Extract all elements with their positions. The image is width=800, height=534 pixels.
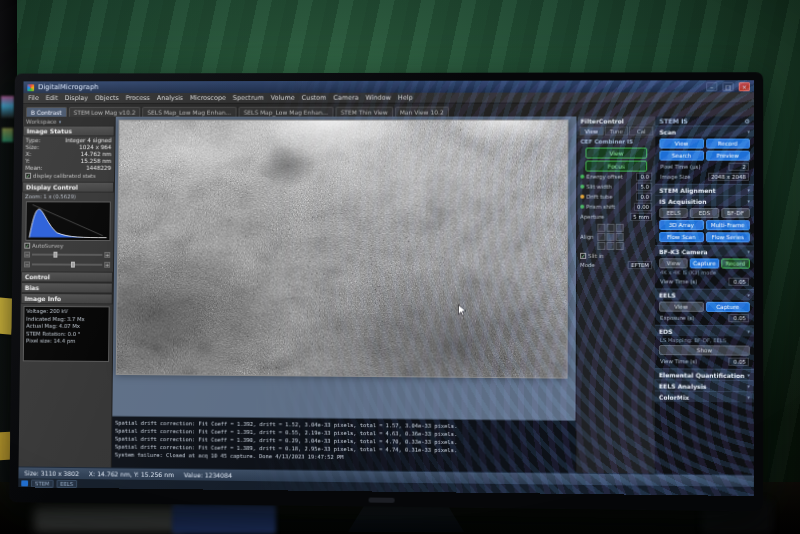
- scan-search-button[interactable]: Search: [659, 151, 703, 161]
- k3-view-time-input[interactable]: 0.05: [728, 278, 748, 286]
- fc-tab-tune[interactable]: Tune: [604, 126, 628, 135]
- stem-image-window[interactable]: [116, 120, 569, 379]
- close-button[interactable]: ×: [739, 82, 750, 91]
- autosurvey-checkbox[interactable]: ✓: [24, 243, 30, 249]
- calibrated-stats-checkbox[interactable]: ✓: [25, 173, 31, 179]
- control-header[interactable]: Control: [21, 271, 113, 282]
- menu-camera[interactable]: Camera: [333, 94, 358, 102]
- doc-tab-0[interactable]: B Contrast: [26, 107, 67, 117]
- doc-tab-3[interactable]: SELS Map_Low Mag Enhanced_2: [239, 107, 334, 117]
- workspace-header[interactable]: Workspace ▾: [23, 117, 115, 126]
- k3-view-button[interactable]: View: [659, 258, 688, 268]
- gear-icon[interactable]: ⚙: [744, 117, 750, 124]
- menu-analysis[interactable]: Analysis: [157, 94, 183, 102]
- slider-plus-icon[interactable]: +: [104, 252, 110, 258]
- pad-button-center[interactable]: [606, 233, 614, 241]
- alignment-pad[interactable]: [597, 224, 623, 250]
- pixel-time-input[interactable]: 2: [728, 163, 748, 171]
- scan-preview-button[interactable]: Preview: [706, 151, 750, 161]
- scan-record-button[interactable]: Record: [706, 139, 750, 149]
- histogram[interactable]: [25, 201, 110, 241]
- eds-view-time-input[interactable]: 0.05: [728, 358, 748, 366]
- multi-frame-button[interactable]: Multi-Frame: [706, 220, 750, 230]
- elemental-quantification-header[interactable]: Elemental Quantification ▾: [655, 368, 754, 380]
- k3-capture-button[interactable]: Capture: [690, 258, 719, 268]
- menu-objects[interactable]: Objects: [95, 94, 119, 102]
- slider-plus-icon[interactable]: +: [104, 262, 110, 268]
- menu-spectrum[interactable]: Spectrum: [233, 94, 264, 102]
- eds-pill[interactable]: EDS: [690, 208, 719, 218]
- bias-header[interactable]: Bias: [21, 282, 113, 293]
- colormix-header[interactable]: ColorMix ▾: [655, 390, 754, 402]
- image-status-body: Type:Integer 4 signed Size:1024 x 964 X:…: [22, 136, 114, 181]
- mode-select[interactable]: EFTEM: [628, 261, 652, 269]
- eels-pill[interactable]: EELS: [659, 208, 688, 218]
- menu-window[interactable]: Window: [365, 94, 391, 102]
- menu-custom[interactable]: Custom: [302, 94, 327, 102]
- eels-analysis-header[interactable]: EELS Analysis ▾: [655, 379, 754, 391]
- slit-checkbox[interactable]: ✓: [580, 253, 586, 259]
- filter-focus-button[interactable]: Focus: [585, 161, 647, 172]
- contrast-slider[interactable]: − +: [21, 259, 113, 269]
- pad-button[interactable]: [597, 242, 605, 250]
- slider-track[interactable]: [32, 254, 102, 256]
- slider-thumb[interactable]: [53, 252, 57, 258]
- eds-header[interactable]: EDS ▾: [655, 325, 754, 337]
- doc-tab-5[interactable]: Man View 10.2: [395, 107, 449, 117]
- k3-record-button[interactable]: Record: [721, 258, 750, 268]
- eels-header[interactable]: EELS ▾: [655, 288, 754, 300]
- flow-series-button[interactable]: Flow Series: [705, 232, 749, 242]
- doc-tab-1[interactable]: STEM Low Mag v10.2: [69, 107, 141, 117]
- is-acquisition-header[interactable]: IS Acquisition ▾: [655, 195, 754, 206]
- pad-button[interactable]: [615, 224, 623, 232]
- menu-process[interactable]: Process: [126, 94, 150, 102]
- slider-minus-icon[interactable]: −: [24, 261, 30, 267]
- eds-show-button[interactable]: Show: [659, 345, 750, 356]
- image-status-header[interactable]: Image Status: [23, 126, 115, 137]
- minimize-button[interactable]: –: [706, 82, 717, 91]
- pad-button[interactable]: [597, 224, 605, 232]
- menu-help[interactable]: Help: [398, 94, 413, 102]
- image-info-header[interactable]: Image Info: [21, 293, 113, 304]
- eels-capture-button[interactable]: Capture: [705, 302, 749, 312]
- slider-thumb[interactable]: [71, 262, 75, 268]
- aperture-value-field[interactable]: 5 mm: [630, 213, 652, 221]
- workspace-tab-eels[interactable]: EELS: [56, 479, 77, 487]
- bfdf-pill[interactable]: BF-DF: [721, 208, 750, 218]
- pad-button[interactable]: [606, 242, 614, 250]
- row-value-field[interactable]: 0.0: [636, 173, 652, 181]
- row-value-field[interactable]: 0.0: [636, 193, 652, 201]
- k3-camera-header[interactable]: BF-K3 Camera ▾: [655, 245, 754, 256]
- flow-scan-button[interactable]: Flow Scan: [659, 232, 703, 242]
- doc-tab-2[interactable]: SELS Map_Low Mag Enhanced_1: [142, 107, 236, 117]
- stem-alignment-header[interactable]: STEM Alignment ▾: [655, 184, 754, 195]
- pad-button[interactable]: [597, 233, 605, 241]
- image-size-select[interactable]: 2048 x 2048: [708, 173, 749, 181]
- eels-exposure-input[interactable]: 0.05: [728, 314, 748, 322]
- fc-tab-cal[interactable]: Cal: [629, 126, 653, 135]
- slider-track[interactable]: [32, 263, 102, 265]
- maximize-button[interactable]: □: [722, 82, 733, 91]
- pad-button[interactable]: [606, 224, 614, 232]
- scan-view-button[interactable]: View: [659, 139, 703, 149]
- array-3d-button[interactable]: 3D Array: [659, 220, 703, 230]
- display-control-header[interactable]: Display Control: [22, 182, 114, 193]
- slider-minus-icon[interactable]: −: [24, 252, 30, 258]
- workspace-tab-stem[interactable]: STEM: [31, 479, 53, 487]
- menu-file[interactable]: File: [28, 94, 39, 102]
- brightness-slider[interactable]: − +: [21, 250, 113, 260]
- pad-button[interactable]: [615, 233, 623, 241]
- scan-section-header[interactable]: Scan ▾: [655, 125, 754, 136]
- row-value-field[interactable]: 5.0: [636, 183, 652, 191]
- row-value-field[interactable]: 0.00: [634, 203, 652, 211]
- filter-view-button[interactable]: View: [585, 148, 647, 159]
- menu-edit[interactable]: Edit: [46, 94, 58, 102]
- status-coords: X: 14.762 nm, Y: 15.256 nm: [89, 470, 174, 478]
- menu-display[interactable]: Display: [65, 94, 88, 102]
- menu-volume[interactable]: Volume: [271, 94, 295, 102]
- fc-tab-view[interactable]: View: [579, 127, 603, 136]
- doc-tab-4[interactable]: STEM Thin View: [336, 107, 393, 117]
- eels-view-button[interactable]: View: [659, 302, 703, 312]
- pad-button[interactable]: [615, 242, 623, 250]
- menu-microscope[interactable]: Microscope: [190, 94, 226, 102]
